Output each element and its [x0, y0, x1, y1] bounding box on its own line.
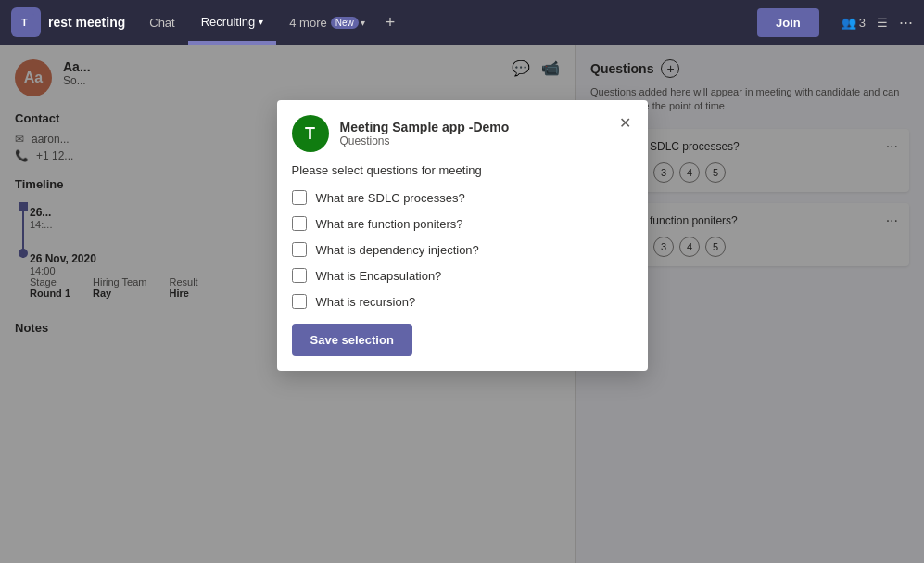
tab-more[interactable]: 4 more New ▾ [276, 0, 377, 45]
svg-text:T: T [21, 17, 28, 28]
modal-body: Please select questions for meeting What… [277, 163, 648, 371]
meeting-title: rest meeting [48, 15, 125, 30]
checkbox-label-q1[interactable]: What are SDLC processes? [316, 191, 465, 205]
participants-icon: 👥 [842, 16, 856, 30]
checkbox-q3[interactable] [292, 242, 307, 257]
top-bar-right: 👥 3 ☰ ··· [842, 13, 913, 32]
modal-app-icon: T [292, 115, 329, 152]
list-icon[interactable]: ☰ [877, 16, 888, 30]
checkbox-item-4: What is Encapsulation? [292, 268, 633, 283]
tab-recruiting[interactable]: Recruiting ▾ [188, 0, 277, 45]
modal-description: Please select questions for meeting [292, 163, 633, 177]
more-options-icon[interactable]: ··· [899, 13, 913, 32]
checkbox-item-3: What is dependency injection? [292, 242, 633, 257]
app-icon: T [11, 7, 41, 37]
dropdown-icon-more: ▾ [361, 18, 365, 28]
save-selection-button[interactable]: Save selection [292, 324, 412, 356]
modal-dialog: T Meeting Sample app -Demo Questions ✕ P… [277, 100, 648, 371]
checkbox-item-2: What are function poniters? [292, 216, 633, 231]
top-bar: T rest meeting Chat Recruiting ▾ 4 more … [0, 0, 924, 45]
checkbox-q2[interactable] [292, 216, 307, 231]
modal-header: T Meeting Sample app -Demo Questions ✕ [277, 100, 648, 163]
checkbox-q5[interactable] [292, 294, 307, 309]
checkbox-label-q2[interactable]: What are function poniters? [316, 217, 463, 231]
add-tab-button[interactable]: + [378, 13, 403, 32]
checkbox-label-q3[interactable]: What is dependency injection? [316, 243, 479, 257]
modal-overlay: T Meeting Sample app -Demo Questions ✕ P… [0, 45, 924, 563]
checkbox-label-q5[interactable]: What is recursion? [316, 295, 416, 309]
modal-close-button[interactable]: ✕ [614, 111, 637, 134]
checkbox-q1[interactable] [292, 190, 307, 205]
nav-tabs: Chat Recruiting ▾ 4 more New ▾ + [136, 0, 402, 45]
checkbox-item-1: What are SDLC processes? [292, 190, 633, 205]
join-button[interactable]: Join [757, 8, 819, 37]
modal-subtitle: Questions [340, 134, 510, 147]
participants-count[interactable]: 👥 3 [842, 16, 866, 30]
checkbox-item-5: What is recursion? [292, 294, 633, 309]
dropdown-icon: ▾ [259, 17, 263, 27]
checkbox-q4[interactable] [292, 268, 307, 283]
new-badge: New [331, 17, 359, 29]
tab-chat[interactable]: Chat [136, 0, 187, 45]
modal-title: Meeting Sample app -Demo [340, 120, 510, 134]
checkbox-label-q4[interactable]: What is Encapsulation? [316, 269, 442, 283]
